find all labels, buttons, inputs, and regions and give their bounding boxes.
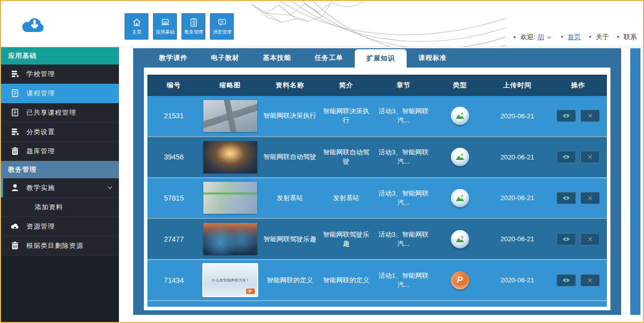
view-button[interactable] <box>557 110 576 122</box>
nav-button[interactable]: 教务管理 <box>181 13 205 40</box>
delete-button[interactable] <box>580 192 600 204</box>
tab[interactable]: 扩展知识 <box>355 49 407 68</box>
sidebar-item-label: 已共享课程管理 <box>26 108 76 117</box>
delete-button[interactable] <box>580 233 600 245</box>
thumbnail[interactable]: P <box>203 100 257 132</box>
user-bar-item: 首页 <box>555 33 580 42</box>
tab[interactable]: 课程标准 <box>407 48 458 68</box>
tab[interactable]: 教学课件 <box>147 48 199 68</box>
sidebar-item[interactable]: 教务管理 <box>1 161 119 178</box>
x-icon <box>587 195 593 201</box>
sidebar-item[interactable]: 已共享课程管理 <box>1 103 119 122</box>
tab-label: 电子教材 <box>211 53 239 62</box>
thumbnail[interactable]: 什么是智能网联汽车? P <box>203 264 257 296</box>
scrollbar-track[interactable] <box>630 48 640 315</box>
nav-button[interactable]: 应用基础 <box>153 13 177 40</box>
table-row: 21531 P 智能网联决策执行 智能网联决策执行 活动3、智能网联汽... <box>147 96 607 136</box>
sidebar-item-label: 课程管理 <box>26 89 55 98</box>
ops-cell <box>549 110 607 122</box>
delete-button[interactable] <box>580 110 600 122</box>
nav-button[interactable]: 消息管理 <box>210 13 234 40</box>
resource-id: 39456 <box>147 153 200 161</box>
picture-icon <box>454 234 466 245</box>
ppt-icon: P <box>457 275 463 285</box>
thumbnail[interactable]: P <box>203 141 257 173</box>
upload-time: 2020-06-21 <box>485 276 549 284</box>
tab[interactable]: 任务工单 <box>303 48 355 68</box>
content-area: 教学课件 电子教材 基本技能 任务工单 <box>119 47 643 322</box>
x-icon <box>587 113 593 119</box>
resource-chapter: 活动3、智能网联汽... <box>373 230 435 248</box>
type-badge: P <box>451 148 469 166</box>
thumbnail-cell: P <box>200 223 260 255</box>
resource-name: 智能网联的定义 <box>260 276 320 285</box>
type-badge: P <box>451 230 469 248</box>
sidebar-item[interactable]: 应用基础 <box>1 47 119 64</box>
sidebar-item-label: 教学实施 <box>26 183 55 192</box>
user-bar-link[interactable]: 关于 <box>596 33 609 41</box>
nav-button[interactable]: 主页 <box>125 13 148 40</box>
ops-cell <box>549 192 607 204</box>
sidebar-item[interactable]: 添加资料 <box>1 198 119 217</box>
user-bar: 欢迎: 胡 首页 关于 联系 <box>507 33 637 42</box>
app-body: 应用基础 学校管理 课程管理 已共享课程管理 <box>1 47 643 322</box>
sidebar-item[interactable]: 分类设置 <box>1 122 119 142</box>
sidebar-item-icon <box>10 69 20 79</box>
type-cell: P <box>435 189 485 207</box>
main-nav: 主页 应用基础 教务管理 消息管理 <box>125 13 234 40</box>
tab[interactable]: 电子教材 <box>199 48 251 68</box>
sidebar-item[interactable]: 课程管理 <box>1 84 119 103</box>
tab-label: 基本技能 <box>263 53 291 62</box>
nav-button-icon <box>132 17 142 27</box>
sidebar-item-icon <box>10 127 20 137</box>
picture-icon <box>454 110 466 121</box>
delete-button[interactable] <box>580 274 600 286</box>
view-button[interactable] <box>557 192 576 204</box>
user-bar-link[interactable]: 联系 <box>624 33 637 41</box>
type-cell: P <box>435 230 485 248</box>
x-icon <box>587 154 593 160</box>
thumbnail-cell: P <box>200 100 260 132</box>
user-bar-item: 联系 <box>611 33 637 42</box>
thumbnail[interactable]: P <box>203 182 257 214</box>
bullet <box>583 33 594 41</box>
table-row: 27477 P 智能网联驾驶乐趣 智能网联驾驶乐趣 活动3、智能网联汽... <box>147 218 607 259</box>
chevron-down-icon <box>106 184 114 191</box>
sidebar-item-icon <box>10 108 20 117</box>
app-logo[interactable] <box>21 13 48 36</box>
eye-icon <box>562 194 570 202</box>
thumbnail[interactable]: P <box>203 223 257 255</box>
nav-button-label: 教务管理 <box>184 29 203 36</box>
sidebar-item[interactable]: 教学实施 <box>1 178 119 198</box>
sidebar-item[interactable]: 学校管理 <box>1 64 119 84</box>
user-bar-link[interactable]: 首页 <box>568 33 581 41</box>
username-link[interactable]: 胡 <box>537 33 544 42</box>
view-button[interactable] <box>557 151 576 163</box>
nav-button-icon <box>160 17 170 27</box>
sidebar-item-icon <box>10 183 20 192</box>
delete-button[interactable] <box>580 151 600 163</box>
column-header: 类型 <box>435 81 485 90</box>
app-header: 主页 应用基础 教务管理 消息管理 欢迎: <box>1 1 643 47</box>
tab[interactable]: 基本技能 <box>251 48 303 68</box>
view-button[interactable] <box>557 274 576 286</box>
resources-table: 编号 缩略图 资料名称 简介 章节 类型 <box>147 75 607 307</box>
sidebar-item-icon <box>10 221 20 231</box>
sidebar-item[interactable]: 题库管理 <box>1 142 119 161</box>
x-icon <box>587 236 593 242</box>
resource-chapter: 活动1、智能网联汽... <box>373 271 435 289</box>
ops-cell <box>549 151 607 163</box>
sidebar-item[interactable]: 资源管理 <box>1 217 119 236</box>
resource-chapter: 活动3、智能网联汽... <box>373 189 435 207</box>
resource-intro: 智能网联驾驶乐趣 <box>320 230 373 248</box>
table-row: 39456 P 智能网联自动驾驶 智能网联自动驾驶 活动3、智能网联汽... <box>147 136 607 177</box>
column-header: 操作 <box>549 81 607 90</box>
sidebar-item[interactable]: 根据类目删除资源 <box>1 236 119 255</box>
table-panel: 编号 缩略图 资料名称 简介 章节 类型 <box>144 68 610 310</box>
type-cell: P <box>435 148 485 166</box>
column-header: 章节 <box>373 81 435 90</box>
view-button[interactable] <box>557 233 576 245</box>
table-header-row: 编号 缩略图 资料名称 简介 章节 类型 <box>147 75 607 96</box>
chevron-down-icon[interactable] <box>546 34 553 41</box>
resource-chapter: 活动3、智能网联汽... <box>373 107 435 125</box>
